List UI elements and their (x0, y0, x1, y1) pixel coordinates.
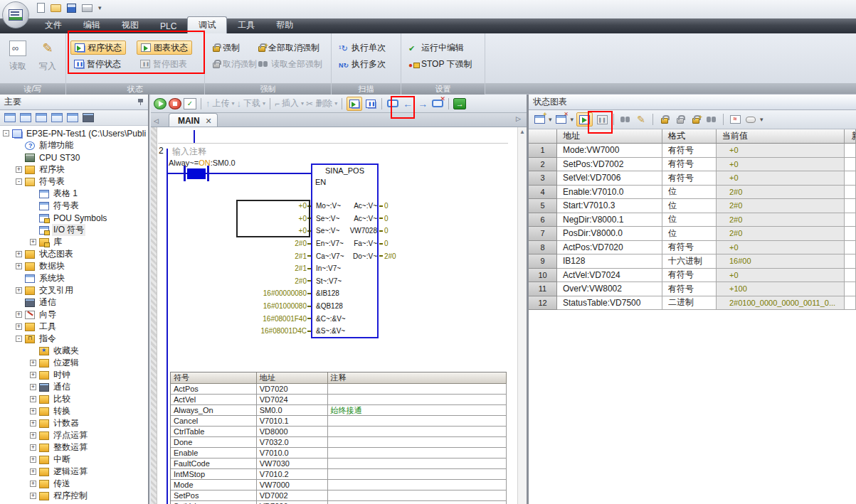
row-number-cell[interactable]: 9 (529, 254, 557, 269)
unforce-value-icon[interactable] (677, 118, 684, 124)
address-cell[interactable]: PosDir:V8000.0 (557, 227, 662, 241)
unforce-all-values-icon[interactable] (692, 118, 699, 124)
symbol-table-row[interactable]: Always_On SM0.0 始终接通 (171, 405, 507, 416)
tree-item[interactable]: CPU ST30 (0, 151, 148, 163)
pin-input-name[interactable]: &S~:&V~ (311, 327, 344, 335)
new-value-cell[interactable] (845, 213, 856, 227)
menu-tab[interactable]: 工具 (227, 17, 265, 33)
tree-expander[interactable]: + (16, 263, 22, 269)
pin-output-name[interactable]: Ac~:V~ (344, 215, 377, 222)
tree-item[interactable]: + 数据块 (0, 260, 148, 272)
symbol-cell[interactable]: SetVel (171, 501, 257, 504)
tree-item[interactable]: - EP3E-PN-Test1 (C:\Users\Publi (0, 127, 148, 139)
save-icon[interactable] (67, 4, 76, 13)
clear-bookmarks-icon[interactable] (432, 100, 443, 107)
app-logo-orb[interactable] (2, 1, 29, 28)
new-file-icon[interactable] (37, 3, 45, 13)
current-value-cell[interactable]: 2#0 (717, 227, 845, 241)
pin-input-value[interactable]: 2#0 (194, 240, 311, 247)
pin-input-value[interactable]: 2#1 (194, 264, 311, 272)
previous-bookmark-icon[interactable]: ← (401, 97, 414, 111)
read-values-icon[interactable] (620, 115, 630, 124)
tab-scroll-right-icon[interactable]: ▷ (513, 115, 524, 124)
pin-input-value[interactable]: 16#08001D4C (194, 327, 311, 335)
tree-expander[interactable]: - (3, 130, 9, 136)
row-number-cell[interactable]: 8 (529, 241, 557, 255)
row-number-cell[interactable]: 4 (529, 186, 557, 200)
symbol-table-row[interactable]: CtrlTable VD8000 (171, 427, 507, 437)
tree-item[interactable]: + 库 (0, 236, 148, 248)
pin-input-name[interactable]: En~:V7~ (311, 240, 344, 247)
pin-input-name[interactable]: Se~:V~ (311, 227, 344, 235)
pin-icon[interactable] (137, 99, 144, 105)
status-chart-row[interactable]: 1 Mode:VW7000 有符号 +0 (529, 144, 856, 158)
pause-status-toggle-icon[interactable] (364, 97, 377, 111)
insert-row-icon[interactable] (534, 115, 545, 124)
write-values-icon[interactable]: ✎ (635, 112, 648, 127)
compile-icon[interactable] (184, 98, 196, 109)
format-cell[interactable]: 位 (662, 199, 717, 213)
comment-cell[interactable] (328, 416, 507, 427)
pin-input-value[interactable]: 16#01000080 (194, 302, 311, 310)
read-forced-icon[interactable] (707, 115, 717, 124)
tree-expander[interactable]: + (16, 166, 22, 173)
menu-tab[interactable]: 调试 (187, 16, 227, 33)
status-chart-row[interactable]: 9 IB128 十六进制 16#00 (529, 254, 856, 269)
comment-cell[interactable] (328, 427, 507, 437)
pin-input-name[interactable]: St~:V7~ (311, 277, 344, 285)
status-chart-shortcut-icon[interactable] (36, 113, 47, 122)
address-cell[interactable]: ActVel:VD7024 (557, 269, 662, 283)
tree-item[interactable]: + 时钟 (0, 369, 148, 381)
pin-input-name[interactable]: Ca~:V7~ (311, 252, 344, 260)
tree-item[interactable]: 符号表 (0, 200, 148, 212)
open-file-icon[interactable] (51, 4, 61, 12)
address-tag-icon[interactable] (746, 117, 756, 123)
pin-output-name[interactable]: VW7028 (344, 227, 377, 235)
tree-expander[interactable]: + (30, 384, 36, 390)
symbol-cell[interactable]: Cancel (171, 416, 257, 427)
bookmark-icon[interactable] (387, 100, 398, 107)
network-comment[interactable]: 输入注释 (172, 146, 206, 158)
status-chart-row[interactable]: 4 Enable:V7010.0 位 2#0 (529, 186, 856, 200)
symbol-table-row[interactable]: IntMStop V7010.2 (171, 469, 507, 480)
address-cell[interactable]: VD7024 (257, 395, 328, 405)
address-cell[interactable]: Enable:V7010.0 (557, 186, 662, 200)
program-status-button[interactable]: 程序状态 (70, 41, 126, 55)
current-value-cell[interactable]: +0 (717, 158, 845, 172)
quick-access-dropdown-icon[interactable]: ▾ (98, 4, 102, 11)
comment-cell[interactable] (328, 395, 507, 405)
new-value-cell[interactable] (845, 254, 856, 269)
tab-close-icon[interactable]: ✕ (206, 117, 212, 126)
tree-item[interactable]: + 比较 (0, 393, 148, 405)
write-button[interactable]: 写入 (33, 39, 62, 80)
symbol-table-row[interactable]: Done V7032.0 (171, 437, 507, 448)
status-chart-row[interactable]: 10 ActVel:VD7024 有符号 +0 (529, 269, 856, 283)
upload-button[interactable]: ↑上传▾ (206, 97, 235, 109)
address-cell[interactable]: StatusTable:VD7500 (557, 296, 662, 311)
tree-expander[interactable]: + (30, 372, 36, 378)
symbol-table-row[interactable]: Enable V7010.0 (171, 448, 507, 459)
current-value-cell[interactable]: 2#0 (717, 199, 845, 213)
contact-bar-left[interactable] (184, 166, 186, 181)
tree-expander[interactable]: + (30, 360, 36, 366)
stop-icon[interactable] (169, 98, 181, 109)
comment-cell[interactable] (328, 384, 507, 395)
current-value-cell[interactable]: 16#00 (717, 254, 845, 269)
tree-expander[interactable]: + (30, 408, 36, 414)
address-cell[interactable]: V7010.2 (257, 469, 328, 480)
comment-cell[interactable] (328, 469, 507, 480)
row-number-cell[interactable]: 5 (529, 199, 557, 213)
print-icon[interactable] (82, 4, 93, 12)
symbol-table-shortcut-icon[interactable] (20, 113, 31, 122)
pause-status-button[interactable]: 暂停状态 (70, 57, 125, 71)
edit-in-run-button[interactable]: 运行中编辑 (405, 41, 467, 55)
row-number-cell[interactable]: 12 (529, 296, 557, 311)
pin-output-value[interactable]: 0 (379, 240, 389, 247)
pin-input-value[interactable]: 16#08001F40 (194, 315, 311, 323)
format-cell[interactable]: 有符号 (662, 171, 717, 186)
symbol-cell[interactable]: ActPos (171, 384, 257, 395)
tree-item[interactable]: 通信 (0, 296, 148, 309)
current-value-cell[interactable]: +100 (717, 282, 845, 296)
operand-selection-box[interactable] (236, 200, 310, 237)
pin-input-name[interactable]: &IB128 (311, 289, 344, 297)
